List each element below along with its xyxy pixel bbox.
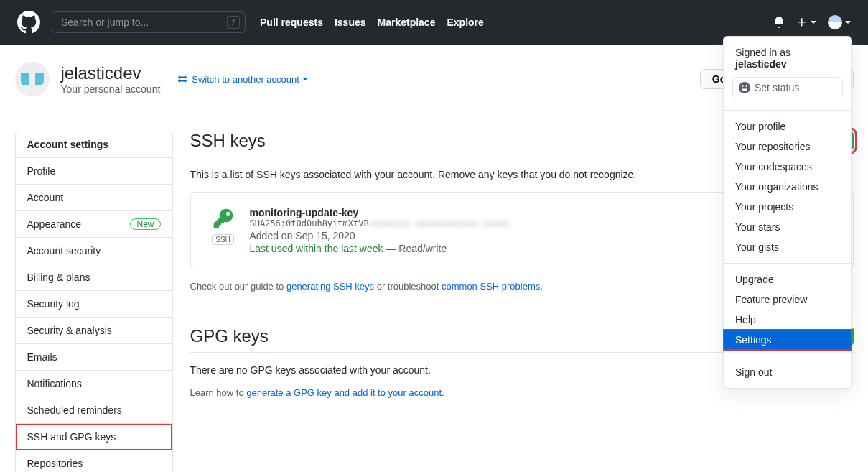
signed-in-prefix: Signed in as xyxy=(735,47,790,58)
github-logo-icon[interactable] xyxy=(17,11,40,34)
sidebar-item-label: Billing & plans xyxy=(27,272,90,283)
switch-account-link[interactable]: Switch to another account xyxy=(177,74,308,85)
key-fp-prefix: SHA256:0tOd0uh8yitmXtVB xyxy=(250,218,369,228)
plus-icon xyxy=(796,17,808,28)
sidebar-item-account[interactable]: Account xyxy=(16,185,172,211)
key-icon-wrap: SSH xyxy=(205,207,241,254)
user-menu-button[interactable] xyxy=(828,15,851,29)
sidebar-header: Account settings xyxy=(16,131,172,158)
sidebar-item-label: SSH and GPG keys xyxy=(27,431,116,443)
common-ssh-problems-link[interactable]: common SSH problems xyxy=(442,281,540,292)
bell-icon xyxy=(773,17,785,28)
dd-sign-out[interactable]: Sign out xyxy=(724,362,851,382)
sidebar-item-label: Account security xyxy=(27,245,101,256)
nav-marketplace[interactable]: Marketplace xyxy=(378,17,436,28)
sidebar-item-account-security[interactable]: Account security xyxy=(16,238,172,264)
profile-name: jelasticdev xyxy=(61,63,161,83)
avatar-icon xyxy=(828,15,842,29)
nav-links: Pull requests Issues Marketplace Explore xyxy=(260,17,484,28)
sidebar-item-label: Notifications xyxy=(27,378,82,389)
search-input[interactable] xyxy=(52,11,246,33)
sidebar-group: Account settings Profile Account Appeara… xyxy=(15,131,173,472)
sidebar-item-appearance[interactable]: AppearanceNew xyxy=(16,211,172,238)
sidebar-item-label: Profile xyxy=(27,165,56,177)
nav-pull-requests[interactable]: Pull requests xyxy=(260,17,323,28)
sidebar-item-label: Scheduled reminders xyxy=(27,404,122,416)
gpg-title: GPG keys xyxy=(190,326,269,346)
caret-down-icon xyxy=(811,21,816,24)
switch-account-label: Switch to another account xyxy=(192,74,299,85)
sidebar-item-label: Account xyxy=(27,192,64,203)
dd-section-signout: Sign out xyxy=(724,356,851,388)
dd-section-signed: Signed in as jelasticdev Set status xyxy=(724,37,851,110)
sidebar-item-repositories[interactable]: Repositories xyxy=(16,450,172,472)
search-slash-icon: / xyxy=(227,16,240,29)
dd-your-codespaces[interactable]: Your codespaces xyxy=(724,157,851,177)
key-rw: — Read/write xyxy=(383,243,447,254)
dd-settings[interactable]: Settings xyxy=(724,330,851,350)
sidebar-item-label: Emails xyxy=(27,351,57,363)
create-new-button[interactable] xyxy=(796,17,816,28)
key-added-date: Added on Sep 15, 2020 xyxy=(250,230,791,241)
guide-text: or troubleshoot xyxy=(374,281,442,292)
avatar-large[interactable] xyxy=(15,62,50,96)
dd-your-stars[interactable]: Your stars xyxy=(724,217,851,237)
dd-section-account: Upgrade Feature preview Help Settings xyxy=(724,264,851,356)
nav-explore[interactable]: Explore xyxy=(447,17,483,28)
sidebar-item-scheduled-reminders[interactable]: Scheduled reminders xyxy=(16,397,172,424)
ssh-title: SSH keys xyxy=(190,131,266,151)
caret-down-icon xyxy=(302,78,308,80)
sidebar-item-label: Appearance xyxy=(27,218,82,230)
dd-your-projects[interactable]: Your projects xyxy=(724,197,851,217)
guide-text: Check out our guide to xyxy=(190,281,286,292)
guide-text: . xyxy=(540,281,543,292)
generating-ssh-keys-link[interactable]: generating SSH keys xyxy=(286,281,374,292)
switch-icon xyxy=(177,74,187,84)
notifications-button[interactable] xyxy=(773,17,785,28)
profile-subtitle: Your personal account xyxy=(61,83,161,95)
dd-your-organizations[interactable]: Your organizations xyxy=(724,177,851,197)
sidebar-item-label: Repositories xyxy=(27,458,83,469)
dd-help[interactable]: Help xyxy=(724,310,851,330)
sidebar-item-notifications[interactable]: Notifications xyxy=(16,371,172,397)
caret-down-icon xyxy=(845,21,851,24)
dd-your-repositories[interactable]: Your repositories xyxy=(724,136,851,157)
guide-text: Learn how to xyxy=(190,387,247,398)
dd-feature-preview[interactable]: Feature preview xyxy=(724,290,851,310)
dd-upgrade[interactable]: Upgrade xyxy=(724,269,851,290)
nav-issues[interactable]: Issues xyxy=(335,17,366,28)
generate-gpg-key-link[interactable]: generate a GPG key and add it to your ac… xyxy=(246,387,442,398)
sidebar-item-security-analysis[interactable]: Security & analysis xyxy=(16,318,172,344)
dd-your-gists[interactable]: Your gists xyxy=(724,237,851,257)
dd-section-your: Your profile Your repositories Your code… xyxy=(724,111,851,263)
profile-title-block: jelasticdev Your personal account xyxy=(61,63,161,95)
user-dropdown: Signed in as jelasticdev Set status Your… xyxy=(723,36,852,389)
key-info: monitoring-update-key SHA256:0tOd0uh8yit… xyxy=(250,207,791,254)
sidebar-item-security-log[interactable]: Security log xyxy=(16,291,172,318)
key-fingerprint: SHA256:0tOd0uh8yitmXtVBxxxxxxxx xxxxxxxx… xyxy=(250,218,791,228)
sidebar-item-billing[interactable]: Billing & plans xyxy=(16,264,172,291)
sidebar-item-label: Security & analysis xyxy=(27,325,112,336)
ssh-tag: SSH xyxy=(212,234,234,245)
gpg-guide: Learn how to generate a GPG key and add … xyxy=(190,387,854,398)
search-wrap: / xyxy=(52,11,246,33)
set-status-button[interactable]: Set status xyxy=(732,77,843,98)
key-icon xyxy=(212,207,235,230)
smiley-icon xyxy=(739,82,750,93)
sidebar-item-emails[interactable]: Emails xyxy=(16,344,172,371)
key-fp-blur: xxxxxxxx xxxxxxxxxxxx xxxxx xyxy=(369,218,509,228)
sidebar-item-label: Security log xyxy=(27,298,80,310)
new-badge: New xyxy=(130,218,160,230)
sidebar-item-ssh-gpg-keys[interactable]: SSH and GPG keys xyxy=(16,424,172,450)
dd-your-profile[interactable]: Your profile xyxy=(724,116,851,136)
header-right xyxy=(773,15,851,29)
guide-text: . xyxy=(442,387,444,398)
signed-in-user: jelasticdev xyxy=(735,58,787,70)
signed-in-as: Signed in as jelasticdev xyxy=(724,42,851,74)
key-last-used-text: Last used within the last week xyxy=(250,243,383,254)
set-status-label: Set status xyxy=(755,82,799,93)
key-name: monitoring-update-key xyxy=(250,207,791,218)
sidebar-item-profile[interactable]: Profile xyxy=(16,158,172,185)
key-last-used: Last used within the last week — Read/wr… xyxy=(250,243,791,254)
sidebar: Account settings Profile Account Appeara… xyxy=(15,131,173,472)
